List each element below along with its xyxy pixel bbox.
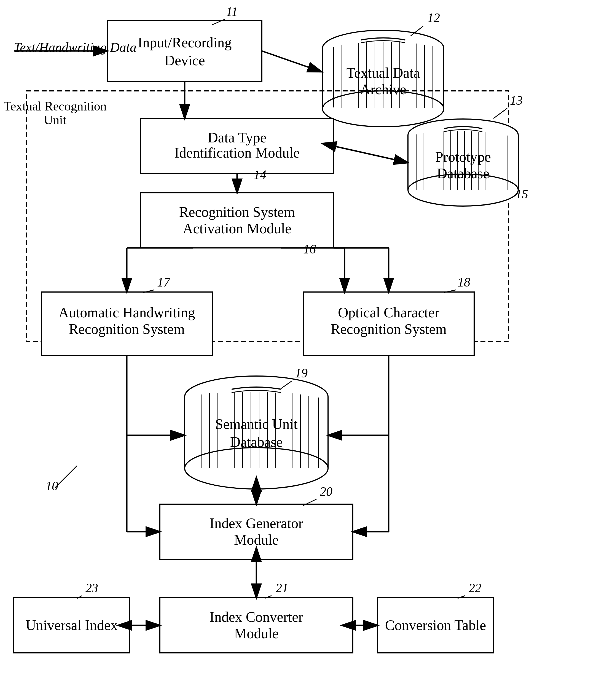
universal-index-label: Universal Index [26,617,118,633]
ref-15: 15 [516,187,528,201]
ref-18: 18 [458,275,470,289]
conversion-table-label: Conversion Table [385,617,486,633]
ref-22: 22 [469,581,481,595]
textual-data-archive-label: Textual Data [346,65,420,81]
svg-line-48 [334,146,407,162]
ref-19: 19 [295,366,308,380]
index-converter-label2: Module [234,626,279,641]
svg-line-46 [494,108,507,119]
semantic-unit-label2: Database [230,434,283,450]
ref-12: 12 [427,11,440,25]
ref-23: 23 [86,581,98,595]
textual-recognition-unit-label2: Unit [44,113,67,127]
auto-handwriting-label1: Automatic Handwriting [58,305,195,320]
ref-17: 17 [157,275,170,289]
auto-handwriting-label2: Recognition System [69,321,185,337]
index-generator-label2: Module [234,532,279,548]
prototype-db-label2: Database [437,166,489,181]
svg-line-98 [69,466,77,474]
optical-char-label2: Recognition System [331,321,447,337]
ref-21: 21 [275,581,288,595]
data-type-id-label1: Data Type [208,130,266,146]
diagram-container: Textual Data Archive 12 Input/Recording … [0,0,599,700]
ref-14: 14 [254,168,266,182]
prototype-db-label1: Prototype [435,149,491,165]
ref-11: 11 [226,5,238,19]
textual-data-archive-label2: Archive [360,81,406,97]
svg-line-24 [262,51,321,72]
semantic-unit-label1: Semantic Unit [215,416,298,432]
index-generator-label1: Index Generator [210,516,303,531]
ref-13: 13 [510,93,523,107]
text-handwriting-label: Text/Handwriting Data [14,40,137,54]
ref-16: 16 [303,242,316,256]
ref-20: 20 [320,484,332,499]
textual-recognition-unit-label: Textual Recognition [4,99,107,113]
input-recording-label2: Device [164,53,205,68]
svg-point-63 [185,448,328,489]
recognition-activation-label1: Recognition System [179,204,295,220]
data-type-id-label2: Identification Module [174,145,300,160]
recognition-activation-label2: Activation Module [183,221,291,236]
optical-char-label1: Optical Character [338,305,439,320]
input-recording-label1: Input/Recording [138,35,232,50]
index-converter-label1: Index Converter [210,609,303,625]
